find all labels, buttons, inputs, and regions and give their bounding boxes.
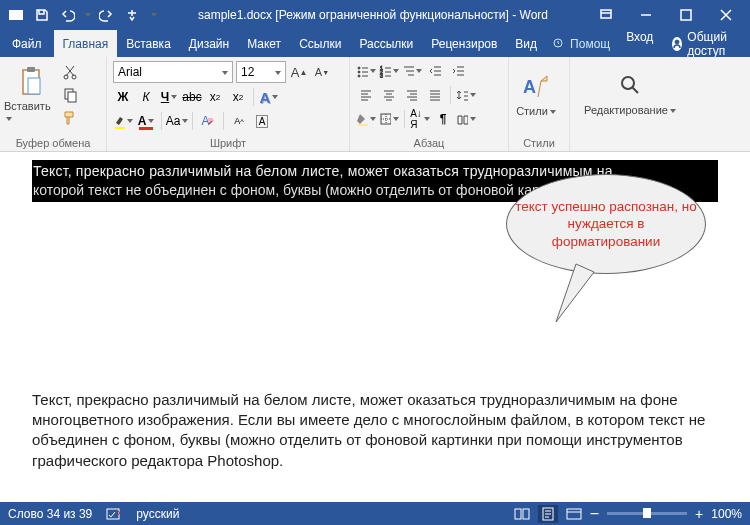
zoom-out-icon[interactable]: − xyxy=(590,505,599,523)
group-clipboard-label: Буфер обмена xyxy=(4,135,102,151)
font-family-input[interactable]: Arial xyxy=(113,61,233,83)
paste-button[interactable]: Вставить xyxy=(4,59,58,131)
chevron-down-icon[interactable] xyxy=(273,65,281,79)
subscript-icon[interactable]: x2 xyxy=(205,87,225,107)
asian-layout-icon[interactable] xyxy=(456,109,476,129)
underline-icon[interactable]: Ч xyxy=(159,87,179,107)
tab-mailings[interactable]: Рассылки xyxy=(350,30,422,57)
minimize-icon[interactable] xyxy=(626,0,666,30)
tab-file[interactable]: Файл xyxy=(0,30,54,57)
share-icon xyxy=(672,37,682,51)
styles-button[interactable]: A Стили xyxy=(513,59,559,131)
highlight-icon[interactable] xyxy=(113,111,133,131)
chevron-down-icon[interactable] xyxy=(220,65,228,79)
shrink-font-icon[interactable]: A▼ xyxy=(312,62,332,82)
align-right-icon[interactable] xyxy=(402,85,422,105)
format-painter-icon[interactable] xyxy=(60,108,80,128)
zoom-in-icon[interactable]: + xyxy=(695,506,703,522)
language-status[interactable]: русский xyxy=(136,507,179,521)
justify-icon[interactable] xyxy=(425,85,445,105)
callout-shape[interactable]: текст успешно распознан, но нуждается в … xyxy=(506,174,706,274)
web-layout-icon[interactable] xyxy=(566,507,582,521)
svg-text:3: 3 xyxy=(380,73,383,78)
save-icon[interactable] xyxy=(30,3,54,27)
increase-indent-icon[interactable] xyxy=(448,61,468,81)
tab-layout[interactable]: Макет xyxy=(238,30,290,57)
touch-mode-icon[interactable] xyxy=(120,3,144,27)
undo-icon[interactable] xyxy=(56,3,80,27)
group-font-label: Шрифт xyxy=(111,135,345,151)
strike-icon[interactable]: abc xyxy=(182,87,202,107)
qat-customize-icon[interactable] xyxy=(146,3,160,27)
bullets-icon[interactable] xyxy=(356,61,376,81)
group-editing-label xyxy=(574,135,694,151)
numbering-icon[interactable]: 123 xyxy=(379,61,399,81)
signin-button[interactable]: Вход xyxy=(616,30,663,57)
sort-icon[interactable]: А↓Я xyxy=(410,109,430,129)
zoom-level[interactable]: 100% xyxy=(711,507,742,521)
read-mode-icon[interactable] xyxy=(514,507,530,521)
share-label: Общий доступ xyxy=(687,30,741,58)
close-icon[interactable] xyxy=(706,0,746,30)
tab-references[interactable]: Ссылки xyxy=(290,30,350,57)
svg-rect-14 xyxy=(139,127,153,130)
ribbon-options-icon[interactable] xyxy=(586,0,626,30)
tab-review[interactable]: Рецензиров xyxy=(422,30,506,57)
show-marks-icon[interactable]: ¶ xyxy=(433,109,453,129)
editing-label: Редактирование xyxy=(584,104,676,116)
clear-formatting-icon[interactable]: A xyxy=(198,111,218,131)
italic-icon[interactable]: К xyxy=(136,87,156,107)
share-button[interactable]: Общий доступ xyxy=(663,30,750,57)
tab-view[interactable]: Вид xyxy=(506,30,546,57)
svg-rect-27 xyxy=(515,509,521,519)
change-case-icon[interactable]: Aa xyxy=(167,111,187,131)
multilevel-list-icon[interactable] xyxy=(402,61,422,81)
copy-icon[interactable] xyxy=(60,85,80,105)
svg-point-18 xyxy=(358,75,360,77)
tell-me-search[interactable]: Помощ xyxy=(546,30,616,57)
print-layout-icon[interactable] xyxy=(538,505,558,523)
redo-icon[interactable] xyxy=(94,3,118,27)
window-title: sample1.docx [Режим ограниченной функцио… xyxy=(160,8,586,22)
text-effects-icon[interactable]: A xyxy=(259,87,279,107)
styles-label: Стили xyxy=(516,105,556,117)
cut-icon[interactable] xyxy=(60,62,80,82)
zoom-slider[interactable] xyxy=(607,512,687,515)
body-paragraph[interactable]: Текст, прекрасно различимый на белом лис… xyxy=(32,390,718,471)
undo-dropdown-icon[interactable] xyxy=(82,3,92,27)
align-center-icon[interactable] xyxy=(379,85,399,105)
separator xyxy=(161,112,162,130)
svg-point-5 xyxy=(675,40,679,44)
word-count[interactable]: Слово 34 из 39 xyxy=(8,507,92,521)
svg-rect-2 xyxy=(601,10,611,18)
word-app-icon[interactable]: W xyxy=(4,3,28,27)
enclose-char-icon[interactable]: A^ xyxy=(229,111,249,131)
borders-icon[interactable] xyxy=(379,109,399,129)
shading-icon[interactable] xyxy=(356,109,376,129)
font-color-icon[interactable]: A xyxy=(136,111,156,131)
svg-rect-28 xyxy=(523,509,529,519)
svg-rect-7 xyxy=(27,67,35,72)
bold-icon[interactable]: Ж xyxy=(113,87,133,107)
decrease-indent-icon[interactable] xyxy=(425,61,445,81)
separator xyxy=(192,112,193,130)
tab-design[interactable]: Дизайн xyxy=(180,30,238,57)
document-area[interactable]: Текст, прекрасно различимый на белом лис… xyxy=(0,152,750,502)
grow-font-icon[interactable]: A▲ xyxy=(289,62,309,82)
spellcheck-icon[interactable] xyxy=(106,507,122,521)
char-border-icon[interactable]: A xyxy=(252,111,272,131)
svg-rect-15 xyxy=(208,118,213,121)
line-spacing-icon[interactable] xyxy=(456,85,476,105)
svg-rect-13 xyxy=(115,127,125,129)
tab-home[interactable]: Главная xyxy=(54,30,118,57)
editing-button[interactable]: Редактирование xyxy=(574,59,686,131)
svg-rect-12 xyxy=(68,92,76,102)
svg-rect-30 xyxy=(567,509,581,519)
callout-tail-icon xyxy=(546,262,606,332)
superscript-icon[interactable]: x2 xyxy=(228,87,248,107)
maximize-icon[interactable] xyxy=(666,0,706,30)
font-size-input[interactable]: 12 xyxy=(236,61,286,83)
tab-insert[interactable]: Вставка xyxy=(117,30,180,57)
align-left-icon[interactable] xyxy=(356,85,376,105)
svg-rect-8 xyxy=(28,78,40,94)
